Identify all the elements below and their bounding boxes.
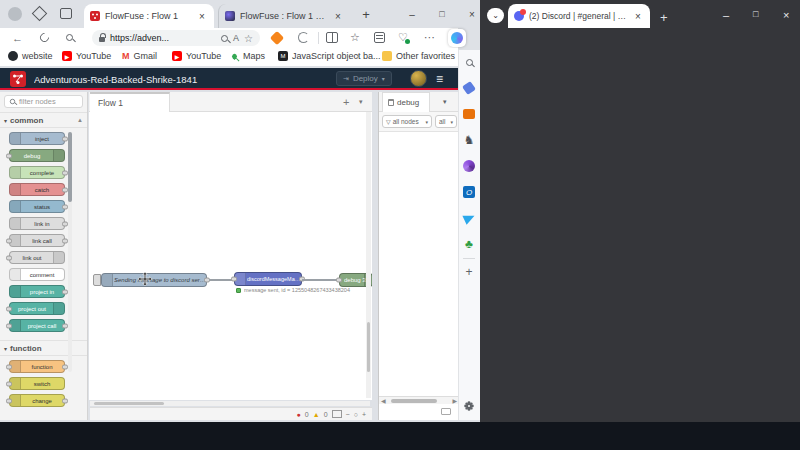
palette-node-link-call[interactable]: link call [9,234,65,247]
scroll-right-icon[interactable]: ▶ [452,397,457,404]
palette-category-function[interactable]: ▾function [0,340,87,356]
bookmark-maps[interactable]: Maps [232,51,265,61]
palette-node-link-out[interactable]: link out [9,251,65,264]
deploy-button[interactable]: ⇥Deploy▾ [336,71,392,86]
browser-tab-flowfuse[interactable]: FlowFuse : Flow 1 × [84,4,214,28]
flow-node-discord-manager[interactable]: discordMessageManager [234,272,302,286]
add-flow-icon[interactable]: + [343,96,349,108]
toolbar-search-icon[interactable] [66,34,73,41]
telegram-icon[interactable] [461,210,477,226]
new-tab-button[interactable]: + [660,10,668,25]
zoom-reset-icon[interactable]: ○ [354,411,358,418]
shopping-tag-icon[interactable] [461,80,477,96]
flow-tab[interactable]: Flow 1 [90,92,170,112]
menu-hamburger-icon[interactable]: ≡ [436,73,443,85]
debug-hscrollbar[interactable]: ◀ ▶ [379,396,459,404]
copilot-icon[interactable] [448,29,466,47]
canvas-hscrollbar[interactable] [90,401,370,406]
scroll-left-icon[interactable]: ◀ [381,397,386,404]
palette-node-debug[interactable]: debug [9,149,65,162]
back-icon[interactable]: ← [12,32,23,44]
tab-close-icon[interactable]: × [332,10,344,22]
maximize-button[interactable]: □ [753,9,758,19]
split-screen-icon[interactable] [326,32,338,43]
palette-node-comment[interactable]: comment [9,268,65,281]
user-avatar[interactable] [410,70,427,87]
debug-sidebar: debug ▾ ▽all nodes▾ all▾ ◀ ▶ [378,92,458,420]
palette-node-complete[interactable]: complete [9,166,65,179]
favorite-star-icon[interactable]: ☆ [244,33,253,44]
canvas-vscrollbar[interactable] [366,112,371,398]
bookmark-youtube[interactable]: ▶YouTube [62,51,111,61]
sidebar-options-icon[interactable]: ▾ [443,98,447,106]
tab-title: (2) Discord | #general | Sumit's [529,11,627,21]
discord-tab[interactable]: (2) Discord | #general | Sumit's × [508,4,650,28]
flow-list-icon[interactable]: ▾ [359,98,363,106]
url-text: https://adven... [110,33,216,43]
inject-button[interactable] [93,274,101,286]
bookmark-js-object[interactable]: MJavaScript object ba... [278,51,381,61]
shopping-bag-icon[interactable] [461,106,477,122]
minimize-button[interactable]: – [723,9,729,21]
debug-filter-all-dropdown[interactable]: all▾ [435,115,457,128]
palette-filter-input[interactable]: filter nodes [4,95,83,108]
palette-node-project-out[interactable]: project out [9,302,65,315]
palette-category-common[interactable]: ▾common ▲ [0,112,87,128]
bookmarks-overflow-icon[interactable]: › [356,51,359,61]
address-bar[interactable]: https://adven... A ☆ [92,30,260,46]
close-button[interactable]: × [783,9,789,21]
browser-tab-flowfuse-2[interactable]: FlowFuse : Flow 1 - Awesom × [218,4,350,28]
read-aloud-icon[interactable]: A [233,33,239,43]
maximize-button[interactable]: □ [436,8,448,20]
more-menu-icon[interactable]: ⋯ [424,31,435,44]
extension-icon[interactable] [298,32,309,43]
palette-node-change[interactable]: change [9,394,65,407]
collections-icon[interactable] [374,32,385,43]
nodered-favicon [90,11,100,21]
sidebar-search-icon[interactable] [461,54,477,70]
zoom-in-icon[interactable]: + [362,411,366,418]
bookmark-gmail[interactable]: MGmail [122,51,157,61]
outlook-icon[interactable]: O [461,184,477,200]
zoom-page-icon[interactable] [221,35,228,42]
tab-close-icon[interactable]: × [196,10,208,22]
flow-canvas[interactable]: Sending message to discord server 's cha… [89,112,372,400]
sidebar-add-icon[interactable]: + [461,264,477,280]
tab-actions-icon[interactable] [60,8,72,19]
bookmark-website[interactable]: website [8,51,53,61]
games-icon[interactable]: ♞ [461,132,477,148]
workspaces-icon[interactable] [32,6,48,22]
screen: FlowFuse : Flow 1 × FlowFuse : Flow 1 - … [0,0,800,450]
minimize-button[interactable]: – [406,8,418,20]
bookmark-youtube-2[interactable]: ▶YouTube [172,51,221,61]
flow-node-inject[interactable]: Sending message to discord server 's cha… [101,273,207,287]
tab-close-icon[interactable]: × [632,10,644,22]
filter-search-icon [10,99,15,104]
other-favorites[interactable]: Other favorites [382,51,455,61]
sidebar-settings-gear-icon[interactable] [461,398,477,414]
debug-tab[interactable]: debug [382,92,430,112]
close-button[interactable]: × [466,8,478,20]
chrome-browser-window: ⌄ (2) Discord | #general | Sumit's × + –… [480,0,800,422]
profile-icon[interactable] [8,7,22,21]
palette-node-function[interactable]: function [9,360,65,373]
zoom-out-icon[interactable]: − [346,411,350,418]
tab-search-icon[interactable]: ⌄ [487,8,504,23]
new-tab-button[interactable]: + [360,8,372,20]
palette-node-switch[interactable]: switch [9,377,65,390]
palette-node-inject[interactable]: inject [9,132,65,145]
palette-node-status[interactable]: status [9,200,65,213]
palette-node-project-call[interactable]: project call [9,319,65,332]
debug-filter-nodes-dropdown[interactable]: ▽all nodes▾ [382,115,432,128]
debug-popout-icon[interactable] [441,408,451,415]
m365-icon[interactable] [461,158,477,174]
palette-node-link-in[interactable]: link in [9,217,65,230]
navigator-icon[interactable] [332,410,342,418]
sort-icon[interactable]: ▲ [77,117,83,123]
favorites-icon[interactable]: ☆ [350,31,360,44]
browser-essentials-icon[interactable]: ♡ [398,31,408,44]
tree-icon[interactable]: ♣ [461,236,477,252]
palette-scrollbar[interactable] [68,132,72,372]
palette-node-catch[interactable]: catch [9,183,65,196]
palette-node-project-in[interactable]: project in [9,285,65,298]
